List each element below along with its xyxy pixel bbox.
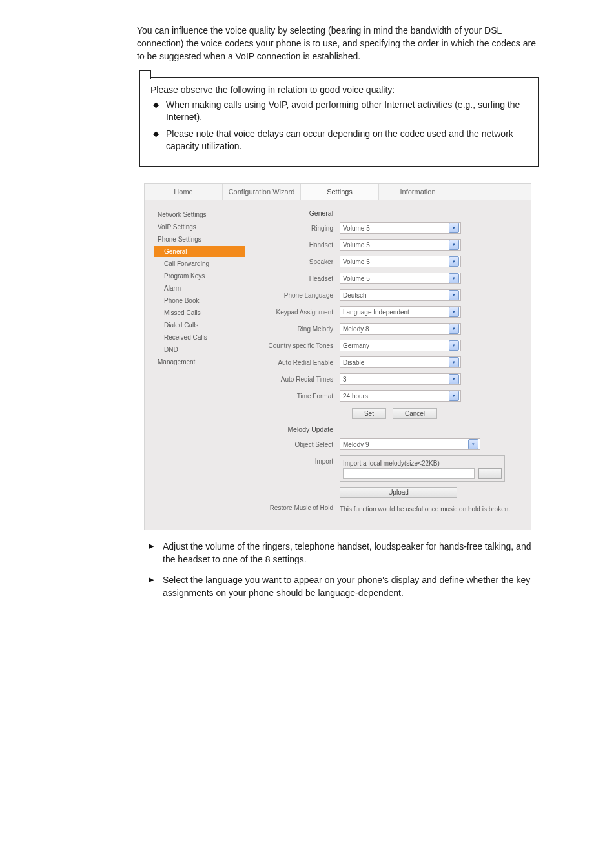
select-auto-redial-times[interactable]: 3▾: [340, 373, 461, 385]
label-speaker: Speaker: [253, 258, 340, 265]
select-auto-redial-enable[interactable]: Disable▾: [340, 356, 461, 368]
sidebar-item-alarm[interactable]: Alarm: [154, 283, 245, 294]
sidebar-phone[interactable]: Phone Settings: [154, 234, 245, 245]
chevron-down-icon: ▾: [449, 324, 459, 334]
heading-melody-update: Melody Update: [253, 426, 340, 433]
chevron-down-icon: ▾: [449, 357, 459, 367]
label-object-select: Object Select: [253, 441, 340, 448]
sidebar-item-received-calls[interactable]: Received Calls: [154, 332, 245, 343]
sidebar-item-dialed-calls[interactable]: Dialed Calls: [154, 320, 245, 331]
chevron-down-icon: ▾: [449, 391, 459, 401]
sidebar: Network Settings VoIP Settings Phone Set…: [154, 209, 245, 518]
restore-moh-text: This function would be useful once music…: [340, 504, 510, 513]
select-ringing[interactable]: Volume 5▾: [340, 222, 461, 234]
note-tab: [139, 70, 151, 79]
main-panel: General RingingVolume 5▾ HandsetVolume 5…: [245, 209, 522, 518]
settings-screenshot: Home Configuration Wizard Settings Infor…: [144, 183, 531, 530]
select-object[interactable]: Melody 9▾: [340, 438, 480, 450]
label-keypad-assignment: Keypad Assignment: [253, 309, 340, 316]
label-handset: Handset: [253, 242, 340, 249]
label-auto-redial-enable: Auto Redial Enable: [253, 359, 340, 366]
tab-home[interactable]: Home: [145, 184, 223, 200]
tab-information[interactable]: Information: [379, 184, 457, 200]
sidebar-voip[interactable]: VoIP Settings: [154, 221, 245, 232]
sidebar-item-dnd[interactable]: DND: [154, 344, 245, 355]
chevron-down-icon: ▾: [449, 307, 459, 317]
sidebar-item-program-keys[interactable]: Program Keys: [154, 271, 245, 282]
select-headset[interactable]: Volume 5▾: [340, 273, 461, 284]
chevron-down-icon: ▾: [449, 273, 459, 283]
tab-config-wizard[interactable]: Configuration Wizard: [223, 184, 301, 200]
instruction-item: Adjust the volume of the ringers, teleph…: [149, 540, 539, 566]
label-time-format: Time Format: [253, 393, 340, 400]
file-path-input[interactable]: [343, 468, 475, 479]
chevron-down-icon: ▾: [449, 340, 459, 351]
label-ringing: Ringing: [253, 225, 340, 232]
note-lead: Please observe the following in relation…: [150, 85, 528, 95]
set-button[interactable]: Set: [352, 408, 386, 419]
chevron-down-icon: ▾: [449, 223, 459, 233]
note-item: When making calls using VoIP, avoid perf…: [153, 99, 528, 124]
select-time-format[interactable]: 24 hours▾: [340, 390, 461, 402]
label-phone-language: Phone Language: [253, 292, 340, 299]
label-country-tones: Country specific Tones: [253, 342, 340, 349]
select-handset[interactable]: Volume 5▾: [340, 239, 461, 251]
sidebar-item-call-forwarding[interactable]: Call Forwarding: [154, 258, 245, 269]
note-item: Please note that voice delays can occur …: [153, 128, 528, 153]
sidebar-network[interactable]: Network Settings: [154, 209, 245, 220]
chevron-down-icon: ▾: [449, 290, 459, 300]
select-country-tones[interactable]: Germany▾: [340, 340, 461, 351]
label-restore-moh: Restore Music of Hold: [253, 504, 340, 511]
select-speaker[interactable]: Volume 5▾: [340, 256, 461, 267]
sidebar-item-phone-book[interactable]: Phone Book: [154, 295, 245, 306]
label-auto-redial-times: Auto Redial Times: [253, 376, 340, 383]
label-ring-melody: Ring Melody: [253, 325, 340, 333]
sidebar-item-general[interactable]: General: [154, 246, 245, 257]
tab-settings[interactable]: Settings: [301, 184, 379, 200]
browse-button[interactable]: [478, 468, 502, 479]
select-phone-language[interactable]: Deutsch▾: [340, 289, 461, 301]
instruction-item: Select the language you want to appear o…: [149, 574, 539, 600]
intro-paragraph: You can influence the voice quality by s…: [137, 25, 539, 63]
sidebar-item-missed-calls[interactable]: Missed Calls: [154, 307, 245, 318]
sidebar-management[interactable]: Management: [154, 356, 245, 367]
chevron-down-icon: ▾: [449, 240, 459, 250]
label-import: Import: [253, 455, 340, 465]
label-headset: Headset: [253, 275, 340, 282]
note-box: Please observe the following in relation…: [139, 77, 539, 167]
import-caption: Import a local melody(size<22KB): [343, 458, 502, 467]
chevron-down-icon: ▾: [468, 439, 478, 449]
heading-general: General: [253, 209, 340, 217]
select-ring-melody[interactable]: Melody 8▾: [340, 323, 461, 335]
upload-button[interactable]: Upload: [340, 487, 457, 498]
select-keypad-assignment[interactable]: Language Independent▾: [340, 306, 461, 318]
chevron-down-icon: ▾: [449, 374, 459, 384]
chevron-down-icon: ▾: [449, 256, 459, 267]
cancel-button[interactable]: Cancel: [393, 408, 437, 419]
